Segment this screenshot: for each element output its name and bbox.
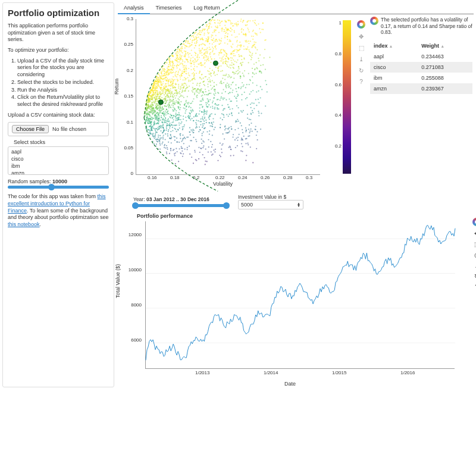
wheelzoom-icon[interactable]: ◎ <box>474 252 477 258</box>
svg-point-670 <box>249 93 250 95</box>
svg-point-2324 <box>254 68 255 70</box>
tab-analysis[interactable]: Analysis <box>118 2 150 14</box>
list-item[interactable]: ibm <box>10 162 107 170</box>
svg-point-2357 <box>197 92 198 93</box>
svg-point-2280 <box>228 84 229 85</box>
svg-point-995 <box>211 89 212 90</box>
boxzoom-icon[interactable]: ⬚ <box>474 241 477 248</box>
bokeh-logo-icon[interactable] <box>472 218 476 226</box>
svg-point-722 <box>215 74 216 76</box>
svg-point-1057 <box>206 131 208 132</box>
help-icon[interactable]: ? <box>358 78 365 85</box>
svg-point-1823 <box>146 129 147 130</box>
svg-point-929 <box>184 108 186 109</box>
performance-chart[interactable]: Portfolio performance Total Value ($) Da… <box>118 212 474 387</box>
svg-point-2126 <box>248 40 249 42</box>
svg-point-759 <box>199 51 201 52</box>
svg-point-1530 <box>162 125 164 126</box>
svg-point-1978 <box>244 70 245 71</box>
range-thumb-start[interactable] <box>132 202 139 209</box>
svg-point-1929 <box>180 70 181 71</box>
svg-point-1800 <box>203 29 205 30</box>
svg-point-2097 <box>156 87 158 89</box>
svg-point-2352 <box>154 111 155 112</box>
reset-icon[interactable]: ↻ <box>358 67 365 74</box>
list-item[interactable]: cisco <box>10 155 107 162</box>
tab-timeseries[interactable]: Timeseries <box>150 2 188 14</box>
samples-slider[interactable] <box>8 186 109 189</box>
svg-point-2411 <box>195 33 196 34</box>
svg-point-675 <box>220 99 221 101</box>
svg-point-1963 <box>181 63 183 64</box>
svg-point-2170 <box>251 36 252 37</box>
svg-point-1372 <box>174 153 175 154</box>
investment-input[interactable]: 5000 ▲▼ <box>238 200 303 209</box>
svg-point-2154 <box>253 36 254 37</box>
list-item[interactable]: aapl <box>10 148 107 155</box>
svg-point-1335 <box>234 49 236 51</box>
svg-point-647 <box>199 73 200 74</box>
svg-point-1388 <box>201 79 202 80</box>
svg-point-895 <box>193 130 195 131</box>
svg-point-1965 <box>149 105 151 107</box>
svg-point-2429 <box>166 62 167 64</box>
svg-point-1634 <box>151 130 152 131</box>
col-index[interactable]: index▲ <box>370 40 418 51</box>
svg-point-2235 <box>212 134 213 136</box>
svg-point-2406 <box>158 115 159 116</box>
efficient-frontier-chart[interactable]: Return Volatility 0.3 0.25 0.2 0.15 0.1 … <box>118 14 367 193</box>
svg-point-45 <box>224 138 225 139</box>
stocks-listbox[interactable]: aapl cisco ibm amzn <box>8 146 109 175</box>
svg-point-1946 <box>199 53 201 54</box>
svg-point-827 <box>236 105 237 107</box>
svg-point-937 <box>220 143 221 144</box>
svg-point-1711 <box>212 51 213 52</box>
svg-point-335 <box>203 111 205 112</box>
svg-point-223 <box>250 129 252 130</box>
spin-down-icon[interactable]: ▼ <box>297 205 300 207</box>
svg-point-1966 <box>170 58 171 60</box>
svg-point-2230 <box>228 98 230 99</box>
svg-point-445 <box>153 101 154 102</box>
bokeh-logo-icon[interactable] <box>357 20 365 29</box>
svg-point-356 <box>253 103 255 104</box>
svg-point-2138 <box>192 79 193 80</box>
svg-point-1838 <box>171 138 172 139</box>
choose-file-button[interactable]: Choose File <box>12 125 49 133</box>
svg-point-2388 <box>146 106 147 107</box>
svg-point-1874 <box>231 129 232 130</box>
svg-point-828 <box>228 87 229 88</box>
svg-point-2002 <box>155 83 156 84</box>
svg-point-2371 <box>194 77 195 79</box>
tab-logreturn[interactable]: Log Return <box>187 2 226 14</box>
svg-point-2450 <box>185 110 186 111</box>
svg-point-2178 <box>165 75 166 76</box>
year-range-slider[interactable] <box>133 204 228 207</box>
list-item[interactable]: amzn <box>10 170 107 175</box>
svg-point-1028 <box>170 71 171 73</box>
save-icon[interactable]: ⤓ <box>358 55 365 62</box>
svg-point-1431 <box>228 107 230 108</box>
svg-point-1982 <box>158 118 159 119</box>
boxzoom-icon[interactable]: ⬚ <box>358 44 365 51</box>
svg-point-530 <box>210 107 211 108</box>
svg-point-1908 <box>222 119 223 120</box>
svg-point-1008 <box>217 160 218 161</box>
svg-point-2182 <box>248 43 249 44</box>
range-thumb-end[interactable] <box>223 202 230 209</box>
svg-point-572 <box>240 20 242 21</box>
svg-point-1629 <box>227 33 228 35</box>
svg-point-2156 <box>226 55 227 57</box>
svg-point-2003 <box>259 71 260 72</box>
notebook-link[interactable]: this notebook <box>8 221 40 227</box>
svg-point-2250 <box>252 76 253 77</box>
pan-icon[interactable]: ✥ <box>358 33 365 40</box>
svg-point-1665 <box>149 111 150 112</box>
svg-point-874 <box>234 96 235 97</box>
svg-point-1871 <box>255 99 256 100</box>
col-weight[interactable]: Weight▲ <box>418 40 472 51</box>
svg-point-2339 <box>184 124 185 126</box>
slider-thumb[interactable] <box>48 184 55 190</box>
file-input[interactable]: Choose File No file chosen <box>8 122 109 136</box>
svg-point-165 <box>254 22 255 23</box>
